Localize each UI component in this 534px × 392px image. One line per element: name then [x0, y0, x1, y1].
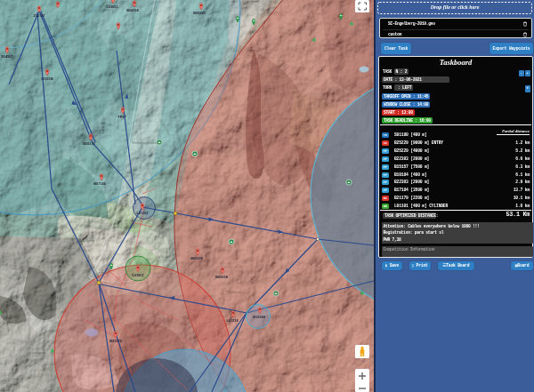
- svg-text:TP37: TP37: [117, 115, 125, 119]
- svg-text:Grausstock: Grausstock: [27, 350, 44, 355]
- svg-text:S1416T: S1416T: [1, 54, 13, 59]
- svg-text:L01318: L01318: [226, 318, 239, 323]
- svg-text:Wolfenschiessen: Wolfenschiessen: [132, 140, 158, 145]
- svg-text:213157: 213157: [34, 13, 45, 18]
- svg-text:L01901: L01901: [132, 273, 144, 277]
- svg-text:Engelberg: Engelberg: [78, 238, 94, 243]
- svg-text:B09193: B09193: [193, 11, 206, 15]
- svg-text:B21179: B21179: [109, 339, 122, 343]
- svg-text:B05131: B05131: [83, 141, 95, 146]
- svg-text:L03051: L03051: [106, 4, 118, 9]
- svg-text:Spannort: Spannort: [227, 290, 242, 294]
- svg-text:B09158: B09158: [215, 275, 228, 279]
- svg-text:91311B: 91311B: [41, 76, 53, 81]
- svg-text:L01101: L01101: [137, 211, 150, 215]
- svg-text:B07146: B07146: [93, 181, 106, 186]
- svg-text:B10184: B10184: [253, 315, 265, 319]
- svg-text:B09188: B09188: [190, 256, 203, 260]
- svg-text:B04118: B04118: [126, 8, 139, 12]
